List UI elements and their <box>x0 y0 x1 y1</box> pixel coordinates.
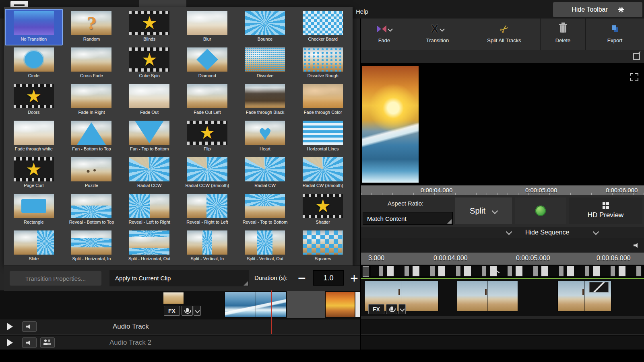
transition-item[interactable]: Doors <box>5 82 63 119</box>
transition-item[interactable]: Puzzle <box>63 155 121 192</box>
video-clip[interactable] <box>557 281 611 311</box>
transition-button[interactable]: Transition <box>407 19 468 50</box>
transition-item[interactable]: Rectangle <box>5 192 63 228</box>
transition-item[interactable]: Reveal - Right to Left <box>178 192 236 228</box>
transition-item[interactable]: Reveal - Top to Bottom <box>236 192 294 228</box>
timestamp-label: 3.000 <box>368 255 384 262</box>
mic-button[interactable] <box>182 306 193 316</box>
fade-button[interactable]: Fade <box>361 19 407 50</box>
transition-label: Flip <box>204 146 211 151</box>
transition-item[interactable]: Circle <box>5 45 63 82</box>
transition-item[interactable]: No Transition <box>5 9 63 45</box>
clip-options-button[interactable] <box>398 304 406 314</box>
transition-item[interactable]: Blinds <box>120 9 178 45</box>
transition-item[interactable]: Heart <box>236 119 294 155</box>
microphone-icon <box>186 308 189 312</box>
transition-item[interactable]: Shatter <box>294 192 352 228</box>
popout-icon[interactable] <box>633 53 640 60</box>
fx-button[interactable]: FX <box>164 306 180 316</box>
transition-item[interactable]: Fade through white <box>5 119 63 155</box>
transition-item[interactable]: Flip <box>178 119 236 155</box>
video-clip[interactable] <box>457 281 518 311</box>
track-handle[interactable] <box>363 266 369 277</box>
transition-thumbnail <box>71 11 111 35</box>
transition-item[interactable]: Dissolve Rough <box>294 45 352 82</box>
video-clip[interactable] <box>325 292 355 317</box>
transition-item[interactable]: Fan - Top to Bottom <box>120 119 178 155</box>
active-menu-tab[interactable] <box>139 0 186 7</box>
transition-label: Split - Vertical, Out <box>247 256 283 261</box>
video-clip[interactable] <box>225 292 287 317</box>
transition-item[interactable]: Reveal - Bottom to Top <box>63 192 121 228</box>
play-icon[interactable] <box>7 323 13 330</box>
preview-timeline-ruler[interactable]: 0:00:04.0000:00:05.0000:00:06.000 <box>361 185 644 195</box>
transition-item[interactable]: Checker Board <box>294 9 352 45</box>
transition-label: Fade Out Left <box>194 110 221 115</box>
transition-item[interactable]: Split - Horizontal, In <box>63 228 121 265</box>
transition-item[interactable]: Reveal - Left to Right <box>120 192 178 228</box>
transition-item[interactable]: Diamond <box>178 45 236 82</box>
transition-thumbnail <box>71 230 111 255</box>
transition-item[interactable]: Radial CCW (Smooth) <box>178 155 236 192</box>
transition-label: Fan - Top to Bottom <box>130 146 169 151</box>
transition-item[interactable]: Cube Spin <box>120 45 178 82</box>
duration-decrease-button[interactable]: − <box>294 270 310 286</box>
transition-item[interactable]: Fade through Color <box>294 82 352 119</box>
transition-item[interactable]: Fade through Black <box>236 82 294 119</box>
transition-item[interactable]: Random <box>63 9 121 45</box>
sequence-timeline-ruler[interactable]: 3.0000:00:04.0000:00:05.0000:00:06.000 <box>361 253 644 265</box>
transition-item[interactable]: Squares <box>294 228 352 265</box>
hide-toolbar-button[interactable]: Hide Toolbar <box>553 2 642 17</box>
video-clip[interactable] <box>163 292 184 304</box>
transition-item[interactable]: Radial CW (Smooth) <box>294 155 352 192</box>
transition-thumbnail <box>303 11 343 35</box>
mute-button[interactable] <box>22 321 37 332</box>
play-icon[interactable] <box>7 339 13 346</box>
transition-item[interactable]: Page Curl <box>5 155 63 192</box>
hide-sequence-bar[interactable]: Hide Sequence <box>361 227 644 238</box>
transition-item[interactable]: Radial CW <box>236 155 294 192</box>
speaker-icon[interactable] <box>634 243 640 248</box>
playhead[interactable] <box>271 290 272 334</box>
clip-options-button[interactable] <box>194 306 201 316</box>
transition-item[interactable]: Blur <box>178 9 236 45</box>
duration-increase-button[interactable]: + <box>346 270 362 286</box>
menu-help[interactable]: Help <box>356 8 368 15</box>
transition-item[interactable]: Cross Fade <box>63 45 121 82</box>
hd-preview-button[interactable]: HD Preview <box>569 197 642 224</box>
transition-item[interactable]: Dissolve <box>236 45 294 82</box>
mute-button[interactable] <box>22 337 37 348</box>
transition-item[interactable]: Horizontal Lines <box>294 119 352 155</box>
transition-item[interactable]: Split - Vertical, Out <box>236 228 294 265</box>
transition-item[interactable]: Fan - Bottom to Top <box>63 119 121 155</box>
transition-item[interactable]: Split - Vertical, In <box>178 228 236 265</box>
duration-value-field[interactable]: 1.0 <box>313 270 344 286</box>
split-button[interactable]: Split <box>455 197 512 224</box>
video-clip[interactable] <box>355 292 360 317</box>
fx-button[interactable]: FX <box>368 304 384 314</box>
apply-to-current-clip-button[interactable]: Apply to Current Clip <box>109 270 249 286</box>
mic-button[interactable] <box>386 304 397 314</box>
transition-thumbnail <box>14 11 54 35</box>
transition-item[interactable]: Split - Horizontal, Out <box>120 228 178 265</box>
transition-thumbnail <box>129 84 169 108</box>
transition-thumbnail <box>71 121 111 145</box>
transition-item[interactable]: Radial CCW <box>120 155 178 192</box>
delete-button[interactable]: Delete <box>540 19 585 50</box>
aspect-ratio-dropdown[interactable]: Match Content <box>363 212 453 225</box>
transition-properties-button[interactable]: Transition Properties... <box>10 271 101 286</box>
export-button[interactable]: Export <box>585 19 644 50</box>
transition-thumbnail <box>14 121 54 145</box>
transition-item[interactable]: Slide <box>5 228 63 265</box>
clip-transition-badge[interactable] <box>589 282 609 292</box>
narration-button[interactable] <box>40 337 55 348</box>
fullscreen-icon[interactable] <box>630 73 638 81</box>
transition-item[interactable]: Fade Out <box>120 82 178 119</box>
split-all-tracks-button[interactable]: Split All Tracks <box>468 19 540 50</box>
green-toggle-button[interactable] <box>515 197 566 224</box>
transition-item[interactable]: Fade Out Left <box>178 82 236 119</box>
transition-item[interactable]: Bounce <box>236 9 294 45</box>
chevron-down-icon <box>195 308 200 313</box>
empty-clip-slot[interactable] <box>287 291 325 318</box>
transition-item[interactable]: Fade In Right <box>63 82 121 119</box>
